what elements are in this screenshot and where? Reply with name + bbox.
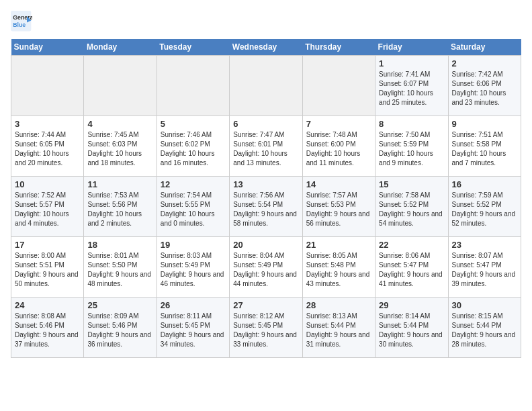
day-info: Sunrise: 7:53 AM Sunset: 5:56 PM Dayligh… xyxy=(87,191,152,228)
weekday-header: Thursday xyxy=(302,39,375,56)
day-info: Sunrise: 7:47 AM Sunset: 6:01 PM Dayligh… xyxy=(233,130,298,168)
calendar-day-cell: 6Sunrise: 7:47 AM Sunset: 6:01 PM Daylig… xyxy=(230,116,302,177)
day-info: Sunrise: 8:07 AM Sunset: 5:47 PM Dayligh… xyxy=(452,251,517,289)
calendar-day-cell: 20Sunrise: 8:04 AM Sunset: 5:49 PM Dayli… xyxy=(230,237,302,298)
day-number: 22 xyxy=(379,240,444,250)
day-number: 23 xyxy=(452,240,517,250)
day-number: 7 xyxy=(306,119,371,129)
day-info: Sunrise: 7:50 AM Sunset: 5:59 PM Dayligh… xyxy=(379,130,444,168)
day-number: 11 xyxy=(87,179,152,189)
day-info: Sunrise: 7:45 AM Sunset: 6:03 PM Dayligh… xyxy=(87,130,152,168)
day-info: Sunrise: 7:58 AM Sunset: 5:52 PM Dayligh… xyxy=(379,191,444,228)
day-info: Sunrise: 7:46 AM Sunset: 6:02 PM Dayligh… xyxy=(161,130,226,168)
day-number: 25 xyxy=(87,300,152,310)
day-number: 27 xyxy=(233,300,298,310)
day-number: 26 xyxy=(161,300,226,310)
weekday-header: Monday xyxy=(84,39,157,56)
calendar-week-row: 3Sunrise: 7:44 AM Sunset: 6:05 PM Daylig… xyxy=(11,116,521,177)
day-number: 6 xyxy=(233,119,298,129)
calendar-day-cell xyxy=(11,56,84,116)
day-info: Sunrise: 8:06 AM Sunset: 5:47 PM Dayligh… xyxy=(379,251,444,289)
calendar-day-cell: 23Sunrise: 8:07 AM Sunset: 5:47 PM Dayli… xyxy=(448,237,521,298)
day-number: 21 xyxy=(306,240,371,250)
day-number: 29 xyxy=(379,300,444,310)
calendar-week-row: 17Sunrise: 8:00 AM Sunset: 5:51 PM Dayli… xyxy=(11,237,521,298)
calendar-day-cell xyxy=(84,56,157,116)
weekday-header-row: SundayMondayTuesdayWednesdayThursdayFrid… xyxy=(11,39,521,56)
day-number: 16 xyxy=(452,179,517,189)
day-info: Sunrise: 7:59 AM Sunset: 5:52 PM Dayligh… xyxy=(452,191,517,228)
day-info: Sunrise: 8:13 AM Sunset: 5:44 PM Dayligh… xyxy=(306,312,371,349)
calendar-day-cell: 10Sunrise: 7:52 AM Sunset: 5:57 PM Dayli… xyxy=(11,177,84,237)
day-info: Sunrise: 7:44 AM Sunset: 6:05 PM Dayligh… xyxy=(15,130,80,168)
calendar-day-cell: 14Sunrise: 7:57 AM Sunset: 5:53 PM Dayli… xyxy=(302,177,375,237)
calendar-day-cell: 22Sunrise: 8:06 AM Sunset: 5:47 PM Dayli… xyxy=(375,237,448,298)
weekday-header: Friday xyxy=(375,39,448,56)
calendar-day-cell: 30Sunrise: 8:15 AM Sunset: 5:44 PM Dayli… xyxy=(448,298,521,358)
calendar-day-cell: 26Sunrise: 8:11 AM Sunset: 5:45 PM Dayli… xyxy=(157,298,229,358)
calendar-day-cell: 18Sunrise: 8:01 AM Sunset: 5:50 PM Dayli… xyxy=(84,237,157,298)
day-number: 5 xyxy=(161,119,226,129)
weekday-header: Tuesday xyxy=(157,39,229,56)
day-number: 2 xyxy=(452,58,517,68)
calendar-day-cell: 1Sunrise: 7:41 AM Sunset: 6:07 PM Daylig… xyxy=(375,56,448,116)
day-info: Sunrise: 8:04 AM Sunset: 5:49 PM Dayligh… xyxy=(233,251,298,289)
day-info: Sunrise: 7:54 AM Sunset: 5:55 PM Dayligh… xyxy=(161,191,226,228)
calendar-day-cell: 5Sunrise: 7:46 AM Sunset: 6:02 PM Daylig… xyxy=(157,116,229,177)
calendar-day-cell: 24Sunrise: 8:08 AM Sunset: 5:46 PM Dayli… xyxy=(11,298,84,358)
calendar-day-cell: 19Sunrise: 8:03 AM Sunset: 5:49 PM Dayli… xyxy=(157,237,229,298)
day-info: Sunrise: 8:11 AM Sunset: 5:45 PM Dayligh… xyxy=(161,312,226,349)
day-number: 28 xyxy=(306,300,371,310)
calendar-week-row: 1Sunrise: 7:41 AM Sunset: 6:07 PM Daylig… xyxy=(11,56,521,116)
calendar-day-cell: 15Sunrise: 7:58 AM Sunset: 5:52 PM Dayli… xyxy=(375,177,448,237)
day-number: 17 xyxy=(15,240,80,250)
calendar-week-row: 24Sunrise: 8:08 AM Sunset: 5:46 PM Dayli… xyxy=(11,298,521,358)
weekday-header: Wednesday xyxy=(230,39,302,56)
day-info: Sunrise: 8:12 AM Sunset: 5:45 PM Dayligh… xyxy=(233,312,298,349)
day-number: 13 xyxy=(233,179,298,189)
calendar-day-cell: 27Sunrise: 8:12 AM Sunset: 5:45 PM Dayli… xyxy=(230,298,302,358)
day-info: Sunrise: 7:56 AM Sunset: 5:54 PM Dayligh… xyxy=(233,191,298,228)
calendar-day-cell: 16Sunrise: 7:59 AM Sunset: 5:52 PM Dayli… xyxy=(448,177,521,237)
calendar-day-cell: 11Sunrise: 7:53 AM Sunset: 5:56 PM Dayli… xyxy=(84,177,157,237)
svg-text:Blue: Blue xyxy=(13,21,26,28)
calendar-day-cell xyxy=(302,56,375,116)
logo-icon: General Blue xyxy=(11,11,32,32)
calendar-day-cell: 29Sunrise: 8:14 AM Sunset: 5:44 PM Dayli… xyxy=(375,298,448,358)
day-info: Sunrise: 8:01 AM Sunset: 5:50 PM Dayligh… xyxy=(87,251,152,289)
day-number: 3 xyxy=(15,119,80,129)
calendar-day-cell xyxy=(157,56,229,116)
day-info: Sunrise: 8:00 AM Sunset: 5:51 PM Dayligh… xyxy=(15,251,80,289)
day-info: Sunrise: 8:14 AM Sunset: 5:44 PM Dayligh… xyxy=(379,312,444,349)
calendar-day-cell: 2Sunrise: 7:42 AM Sunset: 6:06 PM Daylig… xyxy=(448,56,521,116)
day-info: Sunrise: 7:48 AM Sunset: 6:00 PM Dayligh… xyxy=(306,130,371,168)
day-info: Sunrise: 8:09 AM Sunset: 5:46 PM Dayligh… xyxy=(87,312,152,349)
calendar-day-cell: 12Sunrise: 7:54 AM Sunset: 5:55 PM Dayli… xyxy=(157,177,229,237)
calendar-day-cell: 9Sunrise: 7:51 AM Sunset: 5:58 PM Daylig… xyxy=(448,116,521,177)
calendar-day-cell xyxy=(230,56,302,116)
weekday-header: Saturday xyxy=(448,39,521,56)
day-info: Sunrise: 7:57 AM Sunset: 5:53 PM Dayligh… xyxy=(306,191,371,228)
calendar-day-cell: 25Sunrise: 8:09 AM Sunset: 5:46 PM Dayli… xyxy=(84,298,157,358)
day-number: 19 xyxy=(161,240,226,250)
calendar-day-cell: 28Sunrise: 8:13 AM Sunset: 5:44 PM Dayli… xyxy=(302,298,375,358)
day-info: Sunrise: 8:15 AM Sunset: 5:44 PM Dayligh… xyxy=(452,312,517,349)
calendar-day-cell: 8Sunrise: 7:50 AM Sunset: 5:59 PM Daylig… xyxy=(375,116,448,177)
day-number: 4 xyxy=(87,119,152,129)
day-info: Sunrise: 7:51 AM Sunset: 5:58 PM Dayligh… xyxy=(452,130,517,168)
calendar-day-cell: 21Sunrise: 8:05 AM Sunset: 5:48 PM Dayli… xyxy=(302,237,375,298)
calendar-day-cell: 7Sunrise: 7:48 AM Sunset: 6:00 PM Daylig… xyxy=(302,116,375,177)
day-number: 9 xyxy=(452,119,517,129)
calendar-day-cell: 13Sunrise: 7:56 AM Sunset: 5:54 PM Dayli… xyxy=(230,177,302,237)
day-number: 15 xyxy=(379,179,444,189)
day-number: 20 xyxy=(233,240,298,250)
calendar-week-row: 10Sunrise: 7:52 AM Sunset: 5:57 PM Dayli… xyxy=(11,177,521,237)
day-number: 10 xyxy=(15,179,80,189)
day-number: 14 xyxy=(306,179,371,189)
calendar-table: SundayMondayTuesdayWednesdayThursdayFrid… xyxy=(11,39,521,358)
day-number: 1 xyxy=(379,58,444,68)
day-number: 8 xyxy=(379,119,444,129)
day-number: 12 xyxy=(161,179,226,189)
logo: General Blue xyxy=(11,11,32,32)
day-info: Sunrise: 7:41 AM Sunset: 6:07 PM Dayligh… xyxy=(379,70,444,107)
